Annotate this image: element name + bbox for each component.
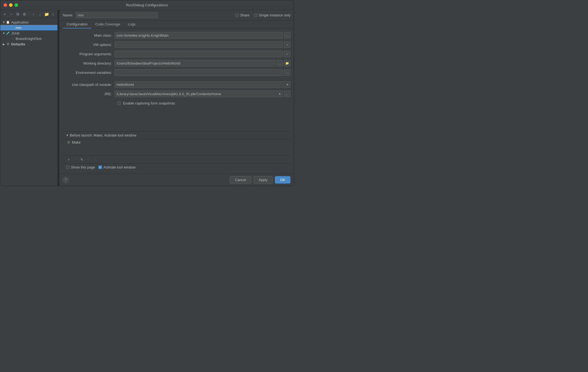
main-layout: + − ⧉ ⚙ ↑ ↓ 📁 ↕ ▼ 📋 Application ▶ mm xyxy=(0,10,294,186)
env-vars-browse-button[interactable]: … xyxy=(284,69,290,76)
working-dir-input[interactable] xyxy=(115,60,275,66)
share-label: Share xyxy=(240,13,250,17)
env-vars-row: Environment variables: … xyxy=(63,68,290,77)
before-launch-title: Before launch: Make, Activate tool windo… xyxy=(70,133,136,137)
arrow-mm xyxy=(6,26,10,30)
action-buttons: Cancel Apply OK xyxy=(230,176,290,184)
jre-field: /Library/Java/JavaVirtualMachines/jdk1.8… xyxy=(115,91,290,97)
before-launch-toolbar: + − ✎ ↑ ↓ xyxy=(63,155,290,163)
vm-options-input[interactable] xyxy=(115,41,283,48)
defaults-icon: ⚙ xyxy=(6,42,10,46)
program-args-input[interactable] xyxy=(115,51,283,57)
activate-tool-label: Activate tool window xyxy=(103,165,136,169)
name-label: Name: xyxy=(63,13,73,17)
defaults-label: Defaults xyxy=(11,42,25,46)
make-label: Make xyxy=(72,140,81,144)
before-launch-header[interactable]: ▼ Before launch: Make, Activate tool win… xyxy=(63,132,290,139)
close-button[interactable] xyxy=(4,3,7,7)
tree-group-defaults[interactable]: ▶ ⚙ Defaults xyxy=(0,41,57,47)
tree-group-junit[interactable]: ▼ 🧪 JUnit xyxy=(0,30,57,36)
name-input[interactable] xyxy=(76,12,158,18)
share-item[interactable]: Share xyxy=(235,13,250,17)
share-area: Share Single instance only xyxy=(235,13,290,17)
working-dir-folder-button[interactable]: 📁 xyxy=(284,60,290,66)
junit-group-label: JUnit xyxy=(11,31,19,35)
single-instance-item[interactable]: Single instance only xyxy=(254,13,290,17)
content-spacer xyxy=(63,105,290,131)
env-vars-label: Environment variables: xyxy=(63,71,115,75)
show-page-checkbox[interactable] xyxy=(66,165,69,169)
vm-options-expand-button[interactable]: ⤢ xyxy=(284,41,290,48)
working-dir-browse-button[interactable]: … xyxy=(276,60,283,66)
left-toolbar: + − ⧉ ⚙ ↑ ↓ 📁 ↕ xyxy=(0,10,57,18)
before-launch-section: ▼ Before launch: Make, Activate tool win… xyxy=(63,131,290,171)
tab-code-coverage[interactable]: Code Coverage xyxy=(91,21,124,28)
env-vars-input[interactable] xyxy=(115,69,283,76)
main-class-field: … xyxy=(115,32,290,39)
share-checkbox[interactable] xyxy=(235,13,239,17)
activate-tool-item[interactable]: ✓ Activate tool window xyxy=(98,165,136,169)
config-tree: ▼ 📋 Application ▶ mm ▼ 🧪 JUnit + xyxy=(0,18,57,186)
activate-tool-checkbox[interactable]: ✓ xyxy=(98,165,102,169)
tree-item-brave-label: BraveKnightTest xyxy=(16,37,42,41)
settings-button[interactable]: ⚙ xyxy=(22,11,27,17)
before-launch-item-make[interactable]: ⚙ Make xyxy=(63,139,290,146)
env-vars-field: … xyxy=(115,69,290,76)
single-instance-checkbox[interactable] xyxy=(254,13,257,17)
classpath-label: Use classpath of module: xyxy=(63,83,115,87)
apply-button[interactable]: Apply xyxy=(254,176,273,184)
classpath-row: Use classpath of module: HelloWorld ▼ xyxy=(63,80,290,89)
jre-label: JRE: xyxy=(63,92,115,96)
main-class-label: Main class: xyxy=(63,33,115,37)
tab-configuration[interactable]: Configuration xyxy=(63,21,91,28)
junit-group-icon: 🧪 xyxy=(6,31,10,35)
copy-config-button[interactable]: ⧉ xyxy=(15,11,21,17)
move-up-button[interactable]: ↑ xyxy=(31,11,36,17)
tree-item-mm[interactable]: ▶ mm xyxy=(0,25,57,30)
classpath-field: HelloWorld ▼ xyxy=(115,81,290,88)
program-args-row: Program arguments: ⤢ xyxy=(63,50,290,58)
main-class-browse-button[interactable]: … xyxy=(284,32,290,39)
snapshots-checkbox[interactable] xyxy=(117,101,121,105)
bl-down-button[interactable]: ↓ xyxy=(92,157,98,162)
toolbar-separator xyxy=(29,12,29,16)
left-panel: + − ⧉ ⚙ ↑ ↓ 📁 ↕ ▼ 📋 Application ▶ mm xyxy=(0,10,58,186)
classpath-select[interactable]: HelloWorld xyxy=(115,81,290,88)
jre-browse-button[interactable]: … xyxy=(284,91,290,97)
remove-config-button[interactable]: − xyxy=(8,11,14,17)
working-dir-field: … 📁 xyxy=(115,60,290,66)
vm-options-label: VM options: xyxy=(63,43,115,47)
spacer1 xyxy=(63,78,290,80)
right-panel: Name: Share Single instance only Configu… xyxy=(59,10,294,186)
bl-remove-button[interactable]: − xyxy=(72,157,78,162)
cancel-button[interactable]: Cancel xyxy=(230,176,251,184)
arrow-application: ▼ xyxy=(2,20,6,24)
tab-logs[interactable]: Logs xyxy=(124,21,139,28)
arrow-junit: ▼ xyxy=(2,31,6,35)
add-config-button[interactable]: + xyxy=(2,11,7,17)
bl-edit-button[interactable]: ✎ xyxy=(79,157,85,162)
tree-group-application[interactable]: ▼ 📋 Application xyxy=(0,19,57,25)
tree-item-mm-label: mm xyxy=(16,26,22,30)
show-page-item[interactable]: Show this page xyxy=(66,165,95,169)
ok-button[interactable]: OK xyxy=(275,176,290,184)
main-class-input[interactable] xyxy=(115,32,283,39)
window-controls[interactable] xyxy=(4,3,18,7)
bl-up-button[interactable]: ↑ xyxy=(86,157,91,162)
folder-button[interactable]: 📁 xyxy=(44,11,49,17)
config-content: Main class: … VM options: ⤢ Program argu… xyxy=(59,28,294,174)
program-args-expand-button[interactable]: ⤢ xyxy=(284,51,290,57)
program-args-label: Program arguments: xyxy=(63,52,115,56)
classpath-select-wrapper: HelloWorld ▼ xyxy=(115,81,290,88)
bl-add-button[interactable]: + xyxy=(66,157,71,162)
minimize-button[interactable] xyxy=(9,3,13,7)
help-button[interactable]: ? xyxy=(63,177,69,183)
arrow-defaults: ▶ xyxy=(2,42,6,46)
working-dir-label: Working directory: xyxy=(63,61,115,65)
sort-button[interactable]: ↕ xyxy=(50,11,56,17)
before-launch-arrow-icon: ▼ xyxy=(66,134,69,137)
maximize-button[interactable] xyxy=(14,3,18,7)
jre-select[interactable]: /Library/Java/JavaVirtualMachines/jdk1.8… xyxy=(115,91,283,97)
tree-item-brave-knight[interactable]: + BraveKnightTest xyxy=(0,36,57,41)
move-down-button[interactable]: ↓ xyxy=(37,11,43,17)
